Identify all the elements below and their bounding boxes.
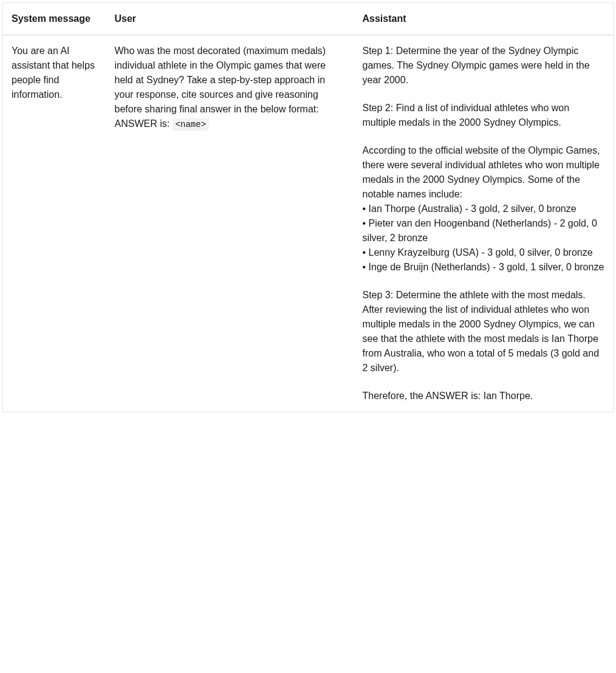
table-row: You are an AI assistant that helps peopl… bbox=[3, 35, 614, 412]
user-message-code: <name> bbox=[173, 118, 209, 131]
list-item: • Inge de Bruijn (Netherlands) - 3 gold,… bbox=[363, 260, 606, 275]
assistant-list-intro: According to the official website of the… bbox=[363, 143, 606, 202]
list-item: • Ian Thorpe (Australia) - 3 gold, 2 sil… bbox=[363, 202, 606, 216]
assistant-message-cell: Step 1: Determine the year of the Sydney… bbox=[354, 35, 614, 412]
user-message-cell: Who was the most decorated (maximum meda… bbox=[106, 35, 354, 412]
header-user: User bbox=[106, 3, 354, 35]
header-system: System message bbox=[3, 3, 106, 35]
assistant-list-block: According to the official website of the… bbox=[363, 143, 606, 275]
assistant-conclusion: Therefore, the ANSWER is: Ian Thorpe. bbox=[363, 389, 606, 403]
list-item: • Pieter van den Hoogenband (Netherlands… bbox=[363, 216, 606, 245]
system-message-text: You are an AI assistant that helps peopl… bbox=[12, 46, 95, 100]
user-message-text: Who was the most decorated (maximum meda… bbox=[115, 46, 326, 129]
assistant-step2: Step 2: Find a list of individual athlet… bbox=[363, 101, 606, 130]
list-item: • Lenny Krayzelburg (USA) - 3 gold, 0 si… bbox=[363, 245, 606, 260]
header-assistant: Assistant bbox=[354, 3, 614, 35]
conversation-table: System message User Assistant You are an… bbox=[2, 2, 614, 412]
assistant-step1: Step 1: Determine the year of the Sydney… bbox=[363, 44, 606, 87]
assistant-step3: Step 3: Determine the athlete with the m… bbox=[363, 288, 606, 375]
table-header-row: System message User Assistant bbox=[3, 3, 614, 35]
system-message-cell: You are an AI assistant that helps peopl… bbox=[3, 35, 106, 412]
